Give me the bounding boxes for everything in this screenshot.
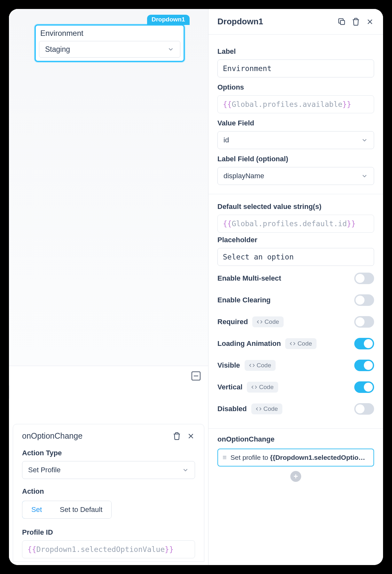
action-type-label: Action Type [22, 449, 195, 457]
brace-open: {{ [223, 219, 232, 228]
value-field-value: id [223, 136, 229, 144]
brace-close: }} [165, 545, 174, 554]
copy-icon[interactable] [338, 18, 346, 26]
label-input-value: Environment [223, 64, 271, 73]
drag-handle-icon[interactable]: ≡ [223, 453, 227, 462]
close-icon[interactable] [366, 18, 374, 26]
close-icon[interactable] [187, 432, 195, 440]
widget-name-tag[interactable]: Dropdown1 [147, 15, 190, 25]
expr-ident: Global [232, 219, 258, 228]
inspector-title: Dropdown1 [217, 17, 263, 27]
code-chip[interactable]: Code [247, 382, 278, 393]
expr-rest: .selectedOptionValue [76, 545, 165, 554]
chevron-down-icon [167, 46, 174, 53]
event-name-label: onOptionChange [217, 435, 374, 443]
placeholder-input[interactable]: Select an option [217, 248, 374, 266]
inspector-panel: Dropdown1 Label Environment Options {{ [208, 9, 383, 565]
default-value-input[interactable]: {{Global.profiles.default.id}} [217, 215, 374, 233]
action-type-value: Set Profile [28, 466, 61, 474]
dropdown-widget[interactable]: Environment Staging [35, 24, 185, 62]
segment-set[interactable]: Set [22, 501, 51, 519]
default-value-label: Default selected value string(s) [217, 203, 374, 211]
chevron-down-icon [182, 466, 189, 474]
placeholder-label: Placeholder [217, 236, 374, 244]
expr-ident: Global [232, 100, 258, 108]
segment-set-default[interactable]: Set to Default [51, 501, 111, 518]
brace-open: {{ [223, 100, 232, 108]
toggle-required[interactable] [354, 316, 374, 328]
toggle-multiselect-label: Enable Multi-select [217, 274, 281, 283]
action-editor-panel: onOptionChange Action Type Set Profile [13, 424, 204, 562]
toggle-disabled-label: Disabled [217, 405, 247, 413]
code-chip[interactable]: Code [252, 316, 283, 327]
event-text-bold: {{Dropdown1.selectedOptio… [270, 454, 365, 461]
toggle-loading[interactable] [354, 338, 374, 349]
toggle-visible-label: Visible [217, 361, 240, 370]
expr-rest: .profiles.available [258, 100, 342, 108]
toggle-disabled[interactable] [354, 403, 374, 415]
trash-icon[interactable] [173, 432, 181, 440]
toggle-multiselect[interactable] [354, 273, 374, 284]
expr-rest: .profiles.default.id [258, 219, 347, 228]
action-panel-title: onOptionChange [22, 431, 82, 441]
expr-ident: Dropdown1 [36, 545, 76, 554]
action-label: Action [22, 487, 195, 496]
toggle-loading-label: Loading Animation [217, 339, 281, 348]
options-field-label: Options [217, 83, 374, 92]
options-input[interactable]: {{Global.profiles.available}} [217, 95, 374, 113]
action-type-select[interactable]: Set Profile [22, 461, 195, 479]
chevron-down-icon [361, 137, 368, 144]
code-chip[interactable]: Code [245, 360, 276, 371]
dropdown-widget-label: Environment [39, 28, 180, 41]
toggle-clearing-label: Enable Clearing [217, 296, 270, 304]
label-input[interactable]: Environment [217, 60, 374, 77]
bottom-panel-toolbar [9, 366, 208, 386]
labelfield-select[interactable]: displayName [217, 167, 374, 185]
profile-id-label: Profile ID [22, 528, 195, 537]
value-field-label: Value Field [217, 119, 374, 127]
action-segmented-control: Set Set to Default [22, 501, 112, 519]
labelfield-field-label: Label Field (optional) [217, 155, 374, 163]
brace-open: {{ [27, 545, 36, 554]
label-field-label: Label [217, 47, 374, 56]
add-event-button[interactable]: + [290, 471, 301, 482]
placeholder-value: Select an option [223, 253, 294, 261]
chevron-down-icon [361, 172, 368, 179]
toggle-clearing[interactable] [354, 294, 374, 306]
toggle-vertical-label: Vertical [217, 383, 242, 391]
collapse-icon[interactable] [192, 371, 200, 380]
profile-id-input[interactable]: {{Dropdown1.selectedOptionValue}} [22, 540, 195, 558]
code-chip[interactable]: Code [285, 338, 316, 349]
code-chip[interactable]: Code [251, 403, 282, 414]
event-text: Set profile to [231, 454, 270, 461]
trash-icon[interactable] [352, 18, 360, 26]
labelfield-value: displayName [223, 172, 264, 180]
dropdown-selected-value: Staging [45, 45, 70, 54]
dropdown-widget-select[interactable]: Staging [39, 41, 180, 58]
value-field-select[interactable]: id [217, 131, 374, 149]
toggle-visible[interactable] [354, 360, 374, 371]
toggle-vertical[interactable] [354, 381, 374, 393]
brace-close: }} [342, 100, 351, 108]
canvas-area[interactable]: Dropdown1 Environment Staging [9, 9, 208, 366]
svg-rect-2 [341, 20, 345, 24]
event-handler-item[interactable]: ≡ Set profile to {{Dropdown1.selectedOpt… [217, 449, 374, 466]
brace-close: }} [347, 219, 356, 228]
toggle-required-label: Required [217, 318, 248, 326]
